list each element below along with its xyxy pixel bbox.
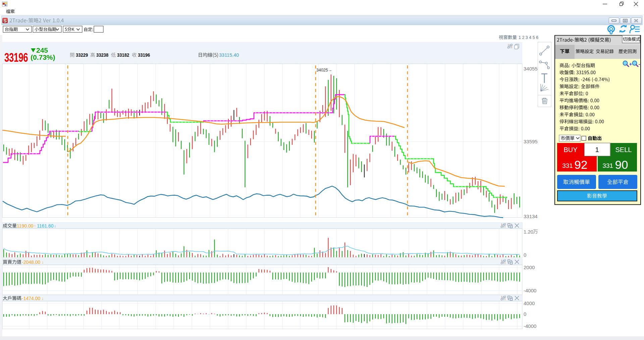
svg-text:33229: 33229 bbox=[76, 52, 88, 58]
svg-text:-: - bbox=[639, 61, 640, 67]
svg-text:-4000: -4000 bbox=[524, 323, 536, 329]
svg-text:33238: 33238 bbox=[96, 52, 109, 58]
svg-text:1: 1 bbox=[595, 146, 599, 153]
svg-text:(0.73%): (0.73%) bbox=[31, 53, 55, 61]
svg-text:33595: 33595 bbox=[524, 139, 538, 144]
svg-text:34025→: 34025→ bbox=[316, 68, 332, 72]
svg-text:331: 331 bbox=[562, 162, 573, 169]
svg-text:+: + bbox=[629, 61, 632, 67]
svg-text:33115.40: 33115.40 bbox=[219, 52, 239, 58]
svg-text:↓: ↓ bbox=[42, 259, 44, 264]
svg-text:0: 0 bbox=[524, 252, 526, 258]
svg-text:1161.60: 1161.60 bbox=[37, 223, 54, 229]
svg-text:S: S bbox=[3, 18, 7, 23]
svg-text:90: 90 bbox=[615, 158, 628, 171]
svg-text:↓: ↓ bbox=[54, 223, 56, 228]
svg-text:-4000: -4000 bbox=[524, 288, 536, 293]
svg-text:33134: 33134 bbox=[524, 213, 538, 219]
svg-text:245: 245 bbox=[36, 46, 48, 54]
svg-text:↑: ↑ bbox=[34, 223, 36, 228]
svg-text:33196: 33196 bbox=[4, 50, 28, 64]
svg-text:33196: 33196 bbox=[138, 52, 150, 58]
svg-text:4000: 4000 bbox=[524, 300, 535, 306]
svg-text:1190.00: 1190.00 bbox=[17, 223, 34, 229]
svg-text:SELL: SELL bbox=[615, 146, 632, 153]
svg-text:0: 0 bbox=[524, 311, 526, 317]
svg-text:2000: 2000 bbox=[524, 264, 535, 270]
svg-text:-1474.00: -1474.00 bbox=[22, 296, 40, 301]
svg-text:BUY: BUY bbox=[564, 146, 577, 153]
svg-text:1 2 3 4 5 6: 1 2 3 4 5 6 bbox=[519, 35, 538, 40]
svg-text:331: 331 bbox=[602, 162, 613, 169]
svg-text:92: 92 bbox=[575, 158, 588, 171]
svg-text:↓: ↓ bbox=[42, 296, 44, 301]
svg-text:33182: 33182 bbox=[117, 52, 129, 58]
svg-text:34055: 34055 bbox=[524, 66, 538, 71]
svg-text:1.20: 1.20 bbox=[524, 229, 533, 235]
svg-text:-2048.00: -2048.00 bbox=[22, 259, 40, 265]
